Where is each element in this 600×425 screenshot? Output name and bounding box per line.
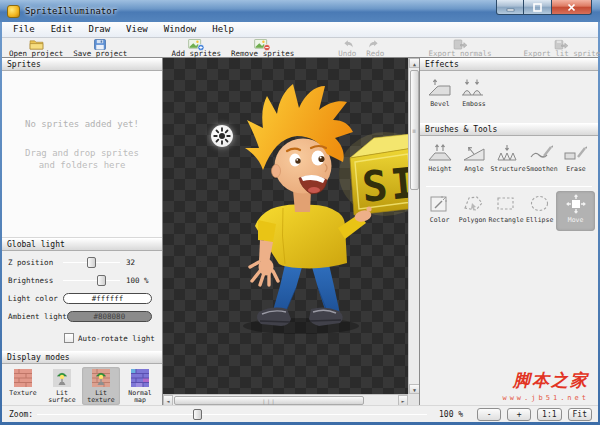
tool-move-button[interactable]: Move bbox=[556, 191, 595, 231]
brightness-slider[interactable] bbox=[63, 274, 120, 287]
auto-rotate-checkbox[interactable] bbox=[64, 333, 74, 343]
effects-header: Effects bbox=[420, 58, 598, 71]
toolbar: Open project Save project Add sprites Re… bbox=[2, 38, 598, 58]
brushes-row-1: Height Angle Structure Smoothen bbox=[420, 136, 598, 182]
minimize-button[interactable] bbox=[496, 0, 524, 15]
lit-texture-icon bbox=[92, 369, 110, 387]
zoom-in-button[interactable]: + bbox=[507, 408, 531, 421]
app-window: SpriteIlluminator File Edit Draw View Wi… bbox=[0, 0, 600, 425]
display-modes-row: Texture Lit surface Lit texture Normal m… bbox=[2, 364, 162, 408]
window-controls bbox=[496, 0, 592, 15]
smoothen-icon bbox=[529, 143, 555, 163]
tool-polygon-button[interactable]: Polygon bbox=[456, 191, 489, 231]
ambient-light-row: Ambient light #808080 bbox=[2, 310, 162, 323]
export-lit-sprite-button[interactable]: Export lit sprite bbox=[519, 38, 600, 57]
zoom-fit-button[interactable]: Fit bbox=[568, 408, 592, 421]
minimize-icon bbox=[506, 3, 515, 12]
scroll-right-arrow[interactable]: ► bbox=[398, 395, 408, 405]
color-wand-icon bbox=[427, 194, 453, 214]
normal-map-icon bbox=[131, 369, 149, 387]
canvas-vertical-scrollbar[interactable]: ▲ ≡ ▼ bbox=[408, 58, 419, 394]
menu-draw[interactable]: Draw bbox=[80, 22, 118, 37]
vertical-scroll-thumb[interactable]: ≡ bbox=[410, 70, 419, 190]
erase-icon bbox=[563, 143, 589, 163]
brightness-label: Brightness bbox=[8, 276, 63, 285]
slider-groove bbox=[37, 414, 427, 415]
tool-angle-button[interactable]: Angle bbox=[457, 140, 491, 180]
zoom-slider[interactable] bbox=[37, 408, 427, 421]
tool-height-button[interactable]: Height bbox=[423, 140, 457, 180]
menu-edit[interactable]: Edit bbox=[43, 22, 81, 37]
light-color-row: Light color #ffffff bbox=[2, 292, 162, 305]
zoom-1-1-button[interactable]: 1:1 bbox=[537, 408, 561, 421]
toolbar-separator bbox=[497, 38, 519, 57]
cube-si-text: SI bbox=[360, 158, 408, 212]
tool-rectangle-button[interactable]: Rectangle bbox=[489, 191, 523, 231]
brightness-value: 100 % bbox=[124, 276, 156, 285]
effects-row: Bevel Emboss bbox=[420, 71, 598, 117]
add-sprites-button[interactable]: Add sprites bbox=[166, 38, 226, 57]
close-icon bbox=[567, 3, 576, 12]
redo-button[interactable]: Redo bbox=[361, 38, 389, 57]
ambient-light-swatch[interactable]: #808080 bbox=[67, 311, 152, 322]
effect-emboss-button[interactable]: Emboss bbox=[457, 75, 491, 115]
tool-erase-button[interactable]: Erase bbox=[559, 140, 593, 180]
zoom-slider-thumb[interactable] bbox=[193, 409, 202, 420]
effect-bevel-button[interactable]: Bevel bbox=[423, 75, 457, 115]
light-color-swatch[interactable]: #ffffff bbox=[63, 293, 152, 304]
sprites-drop-zone[interactable]: No sprites added yet! Drag and drop spri… bbox=[2, 71, 162, 238]
title-bar: SpriteIlluminator bbox=[0, 0, 600, 22]
watermark-title: 脚本之家 bbox=[502, 369, 589, 392]
canvas-horizontal-scrollbar[interactable]: ◄ ||| ► bbox=[163, 394, 408, 405]
zoom-out-button[interactable]: - bbox=[477, 408, 501, 421]
slider-groove bbox=[63, 280, 120, 281]
move-icon bbox=[563, 194, 589, 214]
canvas-viewport[interactable]: SI ▲ ≡ ▼ ◄ ||| ► bbox=[163, 58, 419, 405]
menu-window[interactable]: Window bbox=[156, 22, 205, 37]
maximize-button[interactable] bbox=[524, 0, 551, 15]
display-mode-lit-texture[interactable]: Lit texture bbox=[82, 367, 120, 405]
scroll-up-arrow[interactable]: ▲ bbox=[409, 58, 419, 68]
global-light-header: Global light bbox=[2, 238, 162, 251]
texture-icon bbox=[14, 369, 32, 387]
scroll-left-arrow[interactable]: ◄ bbox=[163, 395, 173, 405]
save-project-button[interactable]: Save project bbox=[68, 38, 132, 57]
slider-thumb[interactable] bbox=[97, 275, 106, 286]
horizontal-scroll-thumb[interactable]: ||| bbox=[174, 396, 364, 405]
emboss-icon bbox=[461, 78, 487, 98]
tool-color-button[interactable]: Color bbox=[423, 191, 456, 231]
tool-smoothen-button[interactable]: Smoothen bbox=[525, 140, 559, 180]
light-position-handle[interactable] bbox=[211, 125, 233, 147]
display-mode-lit-surface[interactable]: Lit surface bbox=[43, 367, 81, 405]
display-mode-normal-map[interactable]: Normal map bbox=[121, 367, 159, 405]
display-mode-texture[interactable]: Texture bbox=[4, 367, 42, 405]
scroll-down-arrow[interactable]: ▼ bbox=[409, 384, 419, 394]
z-position-slider[interactable] bbox=[63, 256, 120, 269]
slider-thumb[interactable] bbox=[87, 257, 96, 268]
angle-icon bbox=[461, 143, 487, 163]
brightness-row: Brightness 100 % bbox=[2, 274, 162, 287]
auto-rotate-row: Auto-rotate light bbox=[64, 333, 162, 343]
rectangle-select-icon bbox=[493, 194, 519, 214]
sprites-empty-hint: Drag and drop sprites and folders here bbox=[23, 147, 141, 171]
z-position-value: 32 bbox=[124, 258, 156, 267]
remove-sprites-button[interactable]: Remove sprites bbox=[226, 38, 299, 57]
tool-structure-button[interactable]: Structure bbox=[491, 140, 525, 180]
sprites-panel-header: Sprites bbox=[2, 58, 162, 71]
menu-view[interactable]: View bbox=[118, 22, 156, 37]
export-normals-button[interactable]: Export normals bbox=[423, 38, 496, 57]
menu-file[interactable]: File bbox=[5, 22, 43, 37]
toolbar-separator bbox=[389, 38, 423, 57]
close-button[interactable] bbox=[551, 0, 592, 15]
watermark: 脚本之家 www.jb51.net bbox=[502, 369, 589, 402]
height-icon bbox=[427, 143, 453, 163]
menu-help[interactable]: Help bbox=[204, 22, 242, 37]
z-position-row: Z position 32 bbox=[2, 256, 162, 269]
undo-button[interactable]: Undo bbox=[333, 38, 361, 57]
watermark-url: www.jb51.net bbox=[502, 394, 589, 402]
toolbar-separator bbox=[299, 38, 333, 57]
menu-bar: File Edit Draw View Window Help bbox=[2, 22, 598, 38]
sprites-empty-title: No sprites added yet! bbox=[25, 119, 139, 129]
tool-ellipse-button[interactable]: Ellipse bbox=[523, 191, 556, 231]
open-project-button[interactable]: Open project bbox=[4, 38, 68, 57]
